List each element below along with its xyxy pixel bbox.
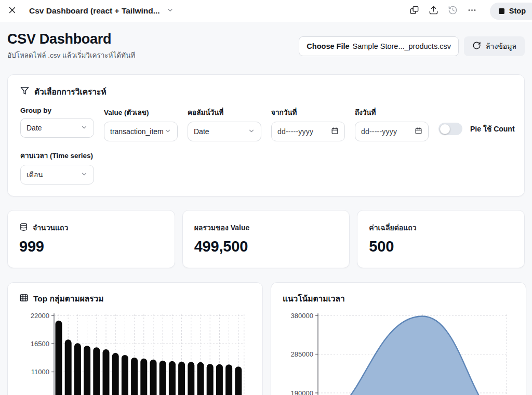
chart-title-time-trend-area-chart: แนวโน้มตามเวลา [283, 292, 518, 305]
close-icon [8, 6, 17, 16]
calendar-icon [415, 127, 422, 136]
filter-label-date-from: จากวันที่ [271, 107, 345, 118]
stat-card-row-average: ค่าเฉลี่ยต่อแถว500 [357, 210, 525, 268]
stop-label: Stop [509, 7, 526, 15]
history-button[interactable] [445, 3, 461, 19]
svg-text:285000: 285000 [291, 350, 313, 358]
page-title: CSV Dashboard [7, 31, 135, 47]
calendar-icon [331, 127, 339, 136]
stats-row: จำนวนแถว999ผลรวมของ Value499,500ค่าเฉลี่… [7, 210, 525, 268]
choose-file-button[interactable]: Choose File [307, 42, 349, 50]
time-trend-area-chart-card: แนวโน้มตามเวลา380000285000190000 [271, 282, 526, 395]
svg-text:190000: 190000 [291, 389, 313, 395]
stat-value-value-sum: 499,500 [194, 238, 338, 255]
filter-select-group-by[interactable]: Date [20, 118, 94, 138]
clear-data-label: ล้างข้อมูล [486, 41, 516, 52]
date-placeholder: dd-----yyyy [277, 127, 313, 136]
titlebar: Csv Dashboard (react + Tailwind... [0, 0, 532, 22]
select-value: เดือน [26, 169, 43, 180]
ellipsis-icon [467, 5, 477, 17]
top-groups-bar-chart: 220001650011000 [15, 310, 255, 395]
filter-row-1: Group byDateValue (ตัวเลข)transaction_it… [20, 107, 512, 141]
area-chart-svg: 380000285000190000 [278, 310, 518, 395]
app-window: Csv Dashboard (react + Tailwind... [0, 0, 532, 395]
stat-value-row-average: 500 [369, 238, 513, 255]
filter-field-date-column: คอลัมน์วันที่Date [188, 107, 261, 141]
clear-data-button[interactable]: ล้างข้อมูล [464, 36, 525, 56]
toggle-knob [440, 124, 450, 134]
top-groups-bar-chart-card: Top กลุ่มตามผลรวม220001650011000 [7, 282, 263, 395]
chevron-down-icon [248, 127, 255, 136]
filter-date-input-date-to[interactable]: dd-----yyyy [355, 122, 429, 141]
stop-button[interactable]: Stop [490, 3, 532, 20]
close-button[interactable] [4, 3, 20, 19]
filter-label-group-by: Group by [20, 107, 94, 114]
filter-field-value-column: Value (ตัวเลข)transaction_item [104, 107, 178, 141]
share-button[interactable] [426, 3, 442, 19]
pie-count-toggle[interactable] [438, 123, 462, 135]
database-icon [19, 222, 28, 233]
pie-count-toggle-label: Pie ใช้ Count [470, 123, 515, 135]
filter-label-date-column: คอลัมน์วันที่ [188, 107, 261, 118]
stat-header-row-average: ค่าเฉลี่ยต่อแถว [369, 222, 513, 233]
svg-text:11000: 11000 [31, 368, 49, 376]
select-value: Date [26, 124, 42, 132]
chevron-down-icon [81, 170, 88, 179]
file-input[interactable]: Choose File Sample Store..._products.csv [299, 36, 459, 56]
copy-button[interactable] [407, 3, 422, 19]
artifact-title-menu[interactable]: Csv Dashboard (react + Tailwind... [29, 6, 174, 16]
chart-title-top-groups-bar-chart: Top กลุ่มตามผลรวม [19, 292, 255, 305]
chart-title-text: Top กลุ่มตามผลรวม [33, 292, 103, 305]
stop-icon [499, 8, 504, 14]
stat-value-row-count: 999 [19, 238, 163, 255]
filters-panel-header: ตัวเลือกการวิเคราะห์ [20, 85, 512, 98]
artifact-title: Csv Dashboard (react + Tailwind... [29, 6, 160, 16]
bar-chart-svg: 220001650011000 [15, 310, 255, 395]
file-name: Sample Store..._products.csv [353, 42, 451, 50]
chevron-down-icon [81, 124, 88, 133]
filter-label-value-column: Value (ตัวเลข) [104, 107, 178, 118]
table-icon [19, 293, 29, 305]
filters-panel: ตัวเลือกการวิเคราะห์ Group byDateValue (… [7, 74, 525, 196]
stat-label-row-count: จำนวนแถว [33, 222, 68, 233]
svg-text:22000: 22000 [31, 312, 49, 320]
funnel-icon [20, 86, 29, 97]
stat-header-value-sum: ผลรวมของ Value [194, 222, 338, 233]
svg-text:380000: 380000 [291, 312, 313, 320]
filters-panel-title: ตัวเลือกการวิเคราะห์ [34, 85, 107, 98]
filter-row-2: คาบเวลา (Time series)เดือน [20, 150, 512, 185]
more-options-button[interactable] [464, 3, 480, 19]
header-text: CSV Dashboard อัปโหลดไฟล์ .csv แล้วเริ่ม… [7, 31, 135, 61]
select-value: Date [194, 127, 209, 136]
titlebar-actions: Stop [407, 3, 532, 20]
filter-field-date-from: จากวันที่dd-----yyyy [271, 107, 345, 141]
page-subtitle: อัปโหลดไฟล์ .csv แล้วเริ่มวิเคราะห์ได้ทั… [7, 49, 135, 61]
stat-label-row-average: ค่าเฉลี่ยต่อแถว [369, 222, 416, 233]
chevron-down-icon [166, 6, 174, 16]
select-value: transaction_item [110, 127, 164, 136]
filter-label-date-to: ถึงวันที่ [355, 107, 429, 118]
charts-row: Top กลุ่มตามผลรวม220001650011000แนวโน้มต… [7, 282, 525, 395]
stat-header-row-count: จำนวนแถว [19, 222, 163, 233]
filter-field-period: คาบเวลา (Time series)เดือน [20, 150, 94, 185]
stat-card-value-sum: ผลรวมของ Value499,500 [182, 210, 350, 268]
chevron-down-icon [164, 127, 171, 136]
pie-count-toggle-group: Pie ใช้ Count [438, 119, 515, 139]
page-content: CSV Dashboard อัปโหลดไฟล์ .csv แล้วเริ่ม… [0, 31, 532, 395]
stat-label-value-sum: ผลรวมของ Value [194, 222, 250, 233]
history-icon [448, 5, 458, 17]
stat-card-row-count: จำนวนแถว999 [7, 210, 175, 268]
upload-icon [429, 5, 438, 17]
date-placeholder: dd-----yyyy [361, 127, 397, 136]
filter-field-date-to: ถึงวันที่dd-----yyyy [355, 107, 429, 141]
copy-icon [409, 5, 419, 17]
time-trend-area-chart: 380000285000190000 [278, 310, 518, 395]
filter-select-period[interactable]: เดือน [20, 165, 94, 185]
filter-select-date-column[interactable]: Date [188, 122, 261, 141]
filter-label-period: คาบเวลา (Time series) [20, 150, 94, 161]
page-header: CSV Dashboard อัปโหลดไฟล์ .csv แล้วเริ่ม… [7, 31, 525, 61]
filter-date-input-date-from[interactable]: dd-----yyyy [271, 122, 345, 141]
svg-text:16500: 16500 [31, 340, 49, 348]
filter-field-group-by: Group byDate [20, 107, 94, 138]
filter-select-value-column[interactable]: transaction_item [104, 122, 178, 141]
